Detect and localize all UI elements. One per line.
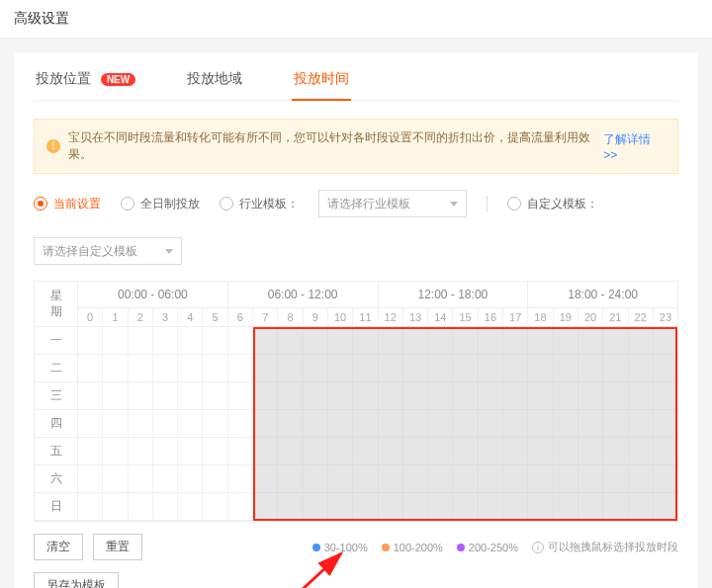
schedule-cell[interactable] xyxy=(528,410,553,437)
schedule-cell[interactable] xyxy=(428,438,453,464)
schedule-row[interactable] xyxy=(78,327,677,355)
schedule-cell[interactable] xyxy=(278,327,303,354)
schedule-cell[interactable] xyxy=(578,355,603,381)
schedule-cell[interactable] xyxy=(304,355,328,381)
schedule-cell[interactable] xyxy=(629,438,654,464)
schedule-cell[interactable] xyxy=(353,355,378,381)
schedule-cell[interactable] xyxy=(479,327,503,354)
schedule-cell[interactable] xyxy=(453,382,478,409)
schedule-cell[interactable] xyxy=(629,382,654,409)
schedule-cell[interactable] xyxy=(353,382,378,409)
radio-custom[interactable]: 自定义模板： xyxy=(507,196,598,212)
schedule-cell[interactable] xyxy=(654,355,677,381)
schedule-row[interactable] xyxy=(78,438,677,465)
schedule-grid[interactable]: 星期 00:00 - 06:0006:00 - 12:0012:00 - 18:… xyxy=(34,281,678,522)
schedule-cell[interactable] xyxy=(78,327,103,354)
schedule-cell[interactable] xyxy=(328,355,353,381)
schedule-cell[interactable] xyxy=(528,493,553,520)
schedule-cell[interactable] xyxy=(304,465,328,492)
schedule-cell[interactable] xyxy=(78,493,103,520)
schedule-cell[interactable] xyxy=(554,493,578,520)
schedule-cell[interactable] xyxy=(453,493,478,520)
schedule-cell[interactable] xyxy=(328,493,353,520)
schedule-cell[interactable] xyxy=(178,438,203,464)
schedule-cell[interactable] xyxy=(304,382,328,409)
schedule-cell[interactable] xyxy=(453,327,478,354)
schedule-cell[interactable] xyxy=(379,410,403,437)
schedule-cell[interactable] xyxy=(603,465,628,492)
schedule-cell[interactable] xyxy=(554,410,578,437)
schedule-cell[interactable] xyxy=(528,438,553,464)
schedule-cell[interactable] xyxy=(428,327,453,354)
schedule-cell[interactable] xyxy=(278,493,303,520)
schedule-cell[interactable] xyxy=(479,410,503,437)
schedule-cell[interactable] xyxy=(103,355,128,381)
schedule-cell[interactable] xyxy=(629,327,654,354)
schedule-cell[interactable] xyxy=(178,465,203,492)
schedule-cell[interactable] xyxy=(603,382,628,409)
schedule-cell[interactable] xyxy=(203,382,227,409)
schedule-cell[interactable] xyxy=(578,493,603,520)
schedule-cell[interactable] xyxy=(228,438,253,464)
schedule-cell[interactable] xyxy=(578,382,603,409)
schedule-cell[interactable] xyxy=(129,493,153,520)
schedule-cell[interactable] xyxy=(503,493,528,520)
schedule-cell[interactable] xyxy=(253,382,278,409)
schedule-cell[interactable] xyxy=(503,382,528,409)
schedule-cell[interactable] xyxy=(379,382,403,409)
schedule-cell[interactable] xyxy=(629,493,654,520)
schedule-cell[interactable] xyxy=(78,382,103,409)
schedule-cell[interactable] xyxy=(479,493,503,520)
tab-placement[interactable]: 投放位置 NEW xyxy=(34,70,137,100)
schedule-cell[interactable] xyxy=(353,493,378,520)
clear-button[interactable]: 清空 xyxy=(34,534,83,560)
schedule-cell[interactable] xyxy=(328,410,353,437)
schedule-cell[interactable] xyxy=(178,410,203,437)
schedule-cell[interactable] xyxy=(203,493,227,520)
schedule-cell[interactable] xyxy=(129,438,153,464)
schedule-cell[interactable] xyxy=(403,355,428,381)
schedule-cell[interactable] xyxy=(178,493,203,520)
schedule-cell[interactable] xyxy=(403,327,428,354)
schedule-cell[interactable] xyxy=(403,465,428,492)
custom-template-select[interactable]: 请选择自定义模板 xyxy=(34,237,182,265)
schedule-cell[interactable] xyxy=(403,382,428,409)
schedule-cell[interactable] xyxy=(253,355,278,381)
schedule-cell[interactable] xyxy=(528,355,553,381)
schedule-cell[interactable] xyxy=(129,410,153,437)
schedule-cell[interactable] xyxy=(304,438,328,464)
radio-allday[interactable]: 全日制投放 xyxy=(121,196,200,212)
schedule-row[interactable] xyxy=(78,355,677,382)
schedule-cell[interactable] xyxy=(153,465,178,492)
schedule-cell[interactable] xyxy=(554,465,578,492)
schedule-cell[interactable] xyxy=(328,465,353,492)
tab-region[interactable]: 投放地域 xyxy=(185,70,244,100)
schedule-cell[interactable] xyxy=(153,438,178,464)
schedule-cell[interactable] xyxy=(379,493,403,520)
schedule-cell[interactable] xyxy=(153,382,178,409)
schedule-cell[interactable] xyxy=(228,355,253,381)
schedule-cell[interactable] xyxy=(603,327,628,354)
reset-button[interactable]: 重置 xyxy=(93,534,142,560)
schedule-cell[interactable] xyxy=(528,327,553,354)
schedule-cell[interactable] xyxy=(228,493,253,520)
schedule-cell[interactable] xyxy=(228,327,253,354)
schedule-cell[interactable] xyxy=(578,465,603,492)
save-as-template-button[interactable]: 另存为模板 xyxy=(34,572,119,588)
schedule-cell[interactable] xyxy=(228,410,253,437)
schedule-cell[interactable] xyxy=(503,327,528,354)
schedule-cell[interactable] xyxy=(379,327,403,354)
schedule-cell[interactable] xyxy=(479,382,503,409)
schedule-cell[interactable] xyxy=(528,465,553,492)
schedule-cell[interactable] xyxy=(103,465,128,492)
schedule-cell[interactable] xyxy=(453,438,478,464)
schedule-cell[interactable] xyxy=(503,410,528,437)
schedule-cell[interactable] xyxy=(178,327,203,354)
schedule-cell[interactable] xyxy=(528,382,553,409)
radio-industry[interactable]: 行业模板： xyxy=(220,196,299,212)
schedule-cell[interactable] xyxy=(103,438,128,464)
schedule-cell[interactable] xyxy=(78,410,103,437)
schedule-cell[interactable] xyxy=(654,410,677,437)
schedule-cell[interactable] xyxy=(253,438,278,464)
schedule-cell[interactable] xyxy=(304,493,328,520)
